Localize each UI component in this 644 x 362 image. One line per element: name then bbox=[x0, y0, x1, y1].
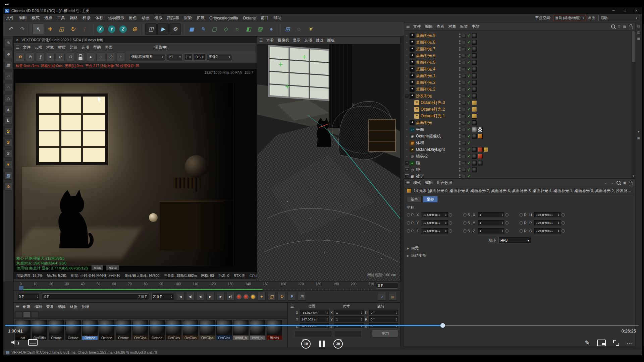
scale-tool-icon[interactable]: ◱ bbox=[56, 24, 67, 35]
object-row[interactable]: • * 桌面补光.8 ✓ bbox=[404, 39, 635, 46]
layer-chip[interactable] bbox=[462, 148, 466, 152]
expand-toggle[interactable]: • bbox=[404, 128, 410, 131]
menu-item[interactable]: 选项 bbox=[304, 38, 312, 43]
dark-tag[interactable] bbox=[472, 47, 477, 52]
hamburger-icon[interactable]: ☰ bbox=[259, 38, 263, 43]
menu-item[interactable]: 网格 bbox=[70, 15, 78, 21]
dark-tag[interactable] bbox=[472, 73, 477, 78]
object-name[interactable]: 平面 bbox=[416, 127, 424, 132]
value-input[interactable]: 1▲▼ bbox=[478, 220, 504, 226]
visibility-dots[interactable] bbox=[457, 154, 462, 158]
render-canvas[interactable]: 644*362 缩放:50 PAN -188.7 bbox=[14, 69, 257, 273]
key-position-toggle[interactable]: + bbox=[258, 293, 266, 301]
expand-toggle[interactable]: • bbox=[404, 87, 410, 91]
render-settings-icon[interactable]: ⚙ bbox=[169, 23, 181, 35]
seek-bar[interactable] bbox=[5, 325, 639, 326]
object-name[interactable]: 猫 bbox=[416, 160, 420, 166]
rail-panel-icon[interactable]: ▦ bbox=[637, 37, 640, 41]
expand-toggle[interactable]: • bbox=[404, 41, 410, 44]
menu-item[interactable]: 文件 bbox=[23, 45, 31, 50]
light-tool-icon[interactable]: ☀ bbox=[305, 24, 316, 35]
key-rotation-toggle[interactable]: ↻ bbox=[278, 293, 286, 301]
visibility-dots[interactable] bbox=[457, 114, 462, 118]
menu-item[interactable]: 选择 bbox=[44, 15, 52, 21]
object-row[interactable]: • * Octane灯光.3 ✓ bbox=[404, 99, 635, 106]
layer-chip[interactable] bbox=[462, 87, 466, 91]
expand-toggle[interactable]: • bbox=[404, 54, 410, 58]
material-preview[interactable] bbox=[183, 320, 198, 336]
enabled-check[interactable]: ✓ bbox=[466, 33, 472, 38]
texture-paint-icon[interactable]: ▨ bbox=[4, 172, 12, 180]
menu-item[interactable]: 界面 bbox=[105, 45, 113, 50]
axis-modification-icon[interactable]: ↻ bbox=[4, 183, 12, 191]
enabled-check[interactable]: ✓ bbox=[466, 174, 472, 178]
material-item[interactable]: cord_bl bbox=[250, 320, 265, 340]
enabled-check[interactable]: ✓ bbox=[466, 100, 472, 105]
last-tool-icon[interactable]: ⋮ bbox=[79, 24, 90, 35]
transform-mode-dropdown[interactable] bbox=[294, 330, 332, 337]
dark-tag[interactable] bbox=[472, 80, 477, 85]
layer-chip[interactable] bbox=[462, 128, 466, 131]
menu-item[interactable]: 模拟 bbox=[154, 15, 162, 21]
visibility-dots[interactable] bbox=[457, 87, 462, 91]
live-selection-icon[interactable]: ↖ bbox=[33, 23, 44, 35]
visibility-dots[interactable] bbox=[457, 60, 462, 64]
object-name[interactable]: 沙发补光 bbox=[416, 93, 432, 99]
lock-icon[interactable] bbox=[629, 26, 633, 29]
material-item[interactable]: wand_b bbox=[233, 320, 249, 340]
octane-settings-icon[interactable]: ⚙ bbox=[16, 53, 24, 61]
key-circle-icon[interactable] bbox=[561, 229, 565, 233]
symmetry-generator-icon[interactable]: ▥ bbox=[255, 24, 265, 35]
dark-tag[interactable] bbox=[472, 134, 477, 139]
timeline-ruler[interactable]: 0102030405060708090100110120130140150160… bbox=[14, 282, 400, 291]
render-picture-viewer-icon[interactable]: ▶ bbox=[157, 23, 169, 35]
modeling-settings-icon[interactable]: S bbox=[4, 149, 12, 158]
hamburger-icon[interactable]: ☰ bbox=[16, 304, 19, 309]
enabled-check[interactable]: ✓ bbox=[466, 134, 472, 138]
layer-chip[interactable] bbox=[462, 141, 466, 145]
freeze-fold[interactable]: ▶冻结变换 bbox=[404, 251, 635, 258]
menu-item[interactable]: 渲染 bbox=[184, 15, 192, 21]
menu-item[interactable]: 扩展 bbox=[197, 15, 205, 21]
white-balance-picker-icon[interactable]: + bbox=[116, 53, 125, 61]
tan-tag[interactable] bbox=[472, 100, 477, 105]
window-control-button[interactable]: ✕ bbox=[631, 7, 642, 14]
dark-tag[interactable] bbox=[472, 154, 477, 159]
value-input[interactable]: <<多重数值>>▲▼ bbox=[422, 212, 448, 218]
enabled-check[interactable]: ✓ bbox=[466, 67, 472, 71]
toolbar-icon[interactable] bbox=[278, 24, 281, 34]
transform-space-dropdown[interactable] bbox=[334, 330, 362, 337]
render-priority-icon[interactable]: ⚙ bbox=[66, 53, 75, 61]
object-row[interactable]: + ● 猫 ✓ bbox=[404, 160, 635, 166]
material-item[interactable]: OctDiffu bbox=[32, 320, 47, 340]
gray-tag[interactable] bbox=[472, 127, 477, 132]
generator-icon[interactable]: ◇ bbox=[220, 24, 231, 35]
menu-item[interactable]: 体积 bbox=[95, 15, 103, 21]
dark-tag[interactable] bbox=[472, 53, 477, 58]
toolbar-icon[interactable] bbox=[141, 24, 144, 34]
material-preview[interactable] bbox=[149, 320, 165, 336]
frame-range-slider[interactable]: 0 F210 F bbox=[42, 293, 149, 300]
object-name[interactable]: Octane灯光.2 bbox=[421, 107, 445, 112]
layer-chip[interactable] bbox=[462, 81, 466, 84]
expand-toggle[interactable]: • bbox=[404, 155, 410, 158]
camera-lock-icon[interactable] bbox=[76, 53, 85, 61]
dark-tag[interactable] bbox=[472, 161, 477, 166]
expand-toggle[interactable]: • bbox=[404, 61, 410, 64]
window-control-button[interactable]: □ bbox=[619, 7, 631, 14]
object-name[interactable]: Octane灯光.1 bbox=[421, 113, 445, 119]
expand-toggle[interactable]: • bbox=[404, 141, 410, 145]
key-circle-icon[interactable] bbox=[463, 229, 467, 233]
workplane-lock-icon[interactable]: L bbox=[4, 116, 12, 124]
dark-tag[interactable] bbox=[478, 161, 483, 166]
visibility-dots[interactable] bbox=[457, 47, 462, 51]
material-item[interactable]: OctGlos bbox=[132, 320, 148, 340]
object-name[interactable]: 桌面补光.3 bbox=[416, 80, 435, 85]
expand-toggle[interactable]: + bbox=[405, 168, 409, 172]
layer-chip[interactable] bbox=[462, 67, 466, 71]
object-row[interactable]: − * 沙发补光 ✓ bbox=[404, 93, 635, 99]
hamburger-icon[interactable]: ☰ bbox=[406, 24, 410, 29]
visibility-dots[interactable] bbox=[457, 174, 462, 178]
volume-icon[interactable] bbox=[11, 340, 19, 346]
rail-scroll-icon[interactable]: ▾ bbox=[638, 130, 639, 133]
